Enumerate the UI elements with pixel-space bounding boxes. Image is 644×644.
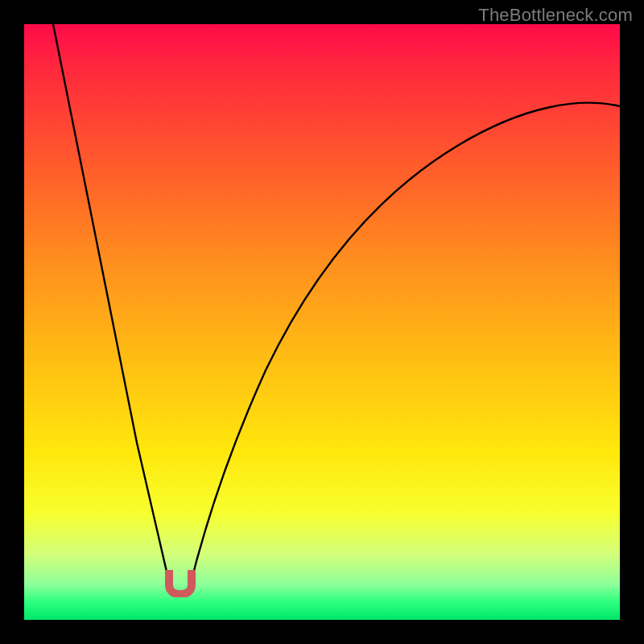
plot-area — [24, 24, 620, 620]
minimum-u-marker — [164, 570, 196, 597]
curve-left-branch — [53, 24, 171, 592]
watermark-text: TheBottleneck.com — [478, 5, 633, 26]
bottleneck-curve — [24, 24, 620, 620]
curve-right-branch — [188, 103, 620, 592]
chart-frame: TheBottleneck.com — [0, 0, 644, 644]
u-shape-icon — [169, 572, 192, 594]
